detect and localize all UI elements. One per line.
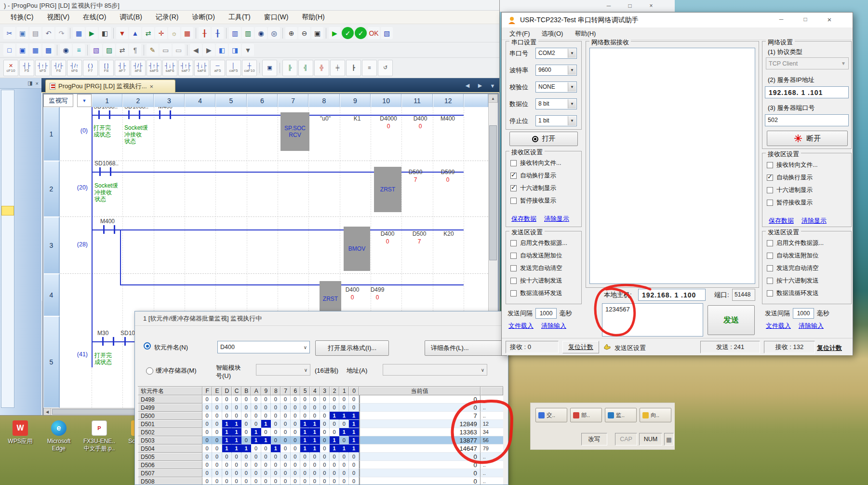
gx-menu-item[interactable]: 工具(T) [222,11,257,24]
toolbar-zoom-fit-button[interactable]: ▣ [311,27,323,39]
table-row[interactable]: D50600000000000000000.. [138,461,503,469]
toolbar-or-pulse-button[interactable]: ┤↑├saF5 [147,60,161,76]
gx-menu-item[interactable]: 帮助(H) [295,11,331,24]
function-block[interactable]: BMOV [344,227,370,271]
toolbar-open-project-button[interactable]: ▣ [16,44,28,56]
toolbar-monitor-mode-button[interactable]: ▥ [229,27,241,39]
scroll-left-button[interactable]: ◀ [43,408,51,416]
desktop-icon-wps[interactable]: WWPS应用 [0,420,40,445]
gx-menu-item[interactable]: 转换(C) [4,11,40,24]
local-host-ip[interactable]: 192.168. 1 .100 [638,289,706,301]
rung-number-cell[interactable]: 1 [43,107,60,161]
toolbar-open-contact-button[interactable]: ┤├F5 [19,60,34,76]
checkbox[interactable] [767,187,773,193]
tab-nav-next-button[interactable]: ▶ [474,81,486,91]
toolbar-wire-delete-button[interactable]: ╬ [314,60,329,76]
checkbox[interactable] [767,278,773,284]
clear-display-link[interactable]: 清除显示 [801,216,827,225]
table-row[interactable]: D50000000000000001117.. [138,412,503,420]
checkbox-row[interactable]: 自动发送附加位 [767,252,824,259]
toolbar-plc-diagnostics-button[interactable]: ✛ [155,27,167,39]
docked-window-tab[interactable]: 向.. [640,408,671,422]
toolbar-undo-button[interactable]: ↶ [42,27,54,39]
rung-number-cell[interactable]: 2 [43,161,60,217]
toolbar-coil-button[interactable]: ( )F7 [83,60,98,76]
scrollbar-thumb[interactable] [489,125,497,260]
gx-menu-item[interactable]: 诊断(D) [185,11,221,24]
function-block[interactable]: ZRST [374,167,401,212]
toolbar-run-button[interactable]: ▶ [329,27,341,39]
toolbar-cross-reference-button[interactable]: ⇄ [116,44,128,56]
checkbox-row[interactable]: 数据流循环发送 [767,290,824,296]
checkbox[interactable] [767,240,773,246]
reset-count-link[interactable]: 复位计数 [817,344,842,352]
rung-number-cell[interactable]: 3 [43,217,60,274]
device-name-combo[interactable]: D400 ∨ [217,341,310,353]
toolbar-search-button[interactable]: ◉ [60,44,72,56]
buffer-memory-radio[interactable] [146,367,153,375]
tab-close-icon[interactable]: × [150,83,154,90]
device-name-radio[interactable] [144,342,151,350]
checkbox-row[interactable]: 接收转向文件... [767,162,817,168]
checkbox-row[interactable]: ✓十六进制显示 [510,185,561,191]
toolbar-label-window-button[interactable]: ▨ [103,44,115,56]
tab-nav-list-button[interactable]: ▼ [487,81,498,91]
rung-number-cell[interactable]: 5 [43,316,60,408]
toolbar-nav-back-button[interactable]: ◀ [190,44,202,56]
gx-menu-item[interactable]: 窗口(W) [257,11,295,24]
toolbar-falling-pulse-button[interactable]: ┤↓├saF6 [162,60,177,76]
toolbar-instruction-help-button[interactable]: ▣ [262,60,277,76]
clear-input-link[interactable]: 清除输入 [541,322,566,330]
save-data-link[interactable]: 保存数据 [769,216,794,225]
toolbar-plc-read-button[interactable]: ▲ [129,27,141,39]
tab-nav-prev-button[interactable]: ◀ [462,81,473,91]
rung-number-cell[interactable]: 4 [43,274,60,316]
toolbar-refresh-button[interactable]: ↺ [378,60,393,76]
checkbox[interactable] [510,160,517,166]
toolbar-watch-mode-button[interactable]: ▥ [242,27,254,39]
toolbar-align-button[interactable]: ≡ [362,60,377,76]
toolbar-dock-right-button[interactable]: ◨ [229,44,241,56]
toolbar-list-view-button[interactable]: ≡ [73,44,85,56]
toolbar-statement-button[interactable]: ¶ [129,44,141,56]
pin-icon[interactable]: ◨ [27,80,32,86]
toolbar-monitor-start-button[interactable]: ╂ [199,27,211,39]
toolbar-save-all-button[interactable]: ▩ [42,44,54,56]
toolbar-wire-draw-button[interactable]: ╠ [282,60,297,76]
desktop-icon-pdf[interactable]: PFX3U-ENE..中文手册.p.. [79,420,120,452]
toolbar-project-tree-button[interactable]: ▧ [90,44,102,56]
checkbox[interactable]: ✓ [510,185,517,191]
toolbar-instruction-button[interactable]: [ ]F8 [99,60,114,76]
checkbox-row[interactable]: 自动发送附加位 [510,252,567,259]
toolbar-paste-button[interactable]: ▤ [29,27,41,39]
toolbar-zoom-in-button[interactable]: ⊕ [285,27,297,39]
serial-setting-combo[interactable]: 9600▼ [535,65,577,76]
checkbox-row[interactable]: 按十六进制发送 [767,277,824,284]
toolbar-transfer-setup-button[interactable]: OK [368,27,380,39]
checkbox[interactable] [510,253,517,259]
toolbar-or-pulse2-button[interactable]: ┤↑├saF7 [178,60,193,76]
monitor-titlebar[interactable]: 1 [软元件/缓冲存储器批量监视] 监视执行中 [135,311,508,326]
dock-panel-list[interactable] [1,90,14,408]
toolbar-line-delete-button[interactable]: ┼caF10 [242,60,257,76]
send-interval-input[interactable]: 1000 [793,308,814,319]
maximize-button[interactable]: □ [795,14,816,25]
maximize-button[interactable]: □ [619,0,641,11]
table-row[interactable]: D50100110010001100011284912 [138,420,503,428]
toolbar-or-closed-contact-button[interactable]: ┤/├aF8 [131,60,146,76]
checkbox[interactable]: ✓ [510,173,517,179]
toolbar-program-check-button[interactable]: ✓ [342,27,354,39]
docked-window-tab[interactable]: 交.. [535,408,567,422]
table-row[interactable]: D50200110100001100111336334 [138,428,503,436]
checkbox-row[interactable]: 启用文件数据源... [510,240,567,246]
gx-menu-item[interactable]: 调试(B) [113,11,149,24]
checkbox[interactable] [767,162,773,168]
server-ip-input[interactable]: 192.168. 1 .101 [765,86,849,98]
toolbar-zoom-out-button[interactable]: ⊖ [298,27,310,39]
checkbox-row[interactable]: 发送完自动清空 [767,265,824,271]
checkbox-row[interactable]: ✓自动换行显示 [767,174,817,181]
checkbox-row[interactable]: 暂停接收显示 [510,197,561,204]
close-button[interactable]: × [641,0,662,11]
table-row[interactable]: D49800000000000000000.. [138,395,503,404]
clear-input-link[interactable]: 清除输入 [799,322,824,330]
